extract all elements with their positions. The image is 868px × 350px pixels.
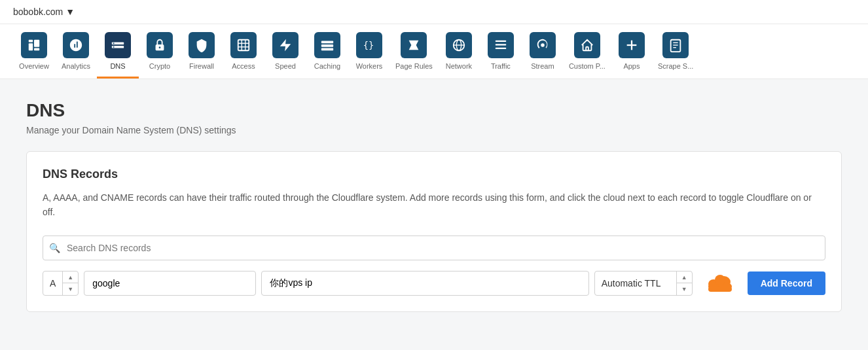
add-record-row: A ▲ ▼ Automatic TTL ▲ ▼ <box>43 271 825 296</box>
add-record-button[interactable]: Add Record <box>748 271 825 295</box>
page-title: DNS <box>26 100 842 121</box>
page-subtitle: Manage your Domain Name System (DNS) set… <box>26 125 842 135</box>
svg-rect-2 <box>34 40 39 47</box>
nav-item-crypto[interactable]: Crypto <box>139 24 181 79</box>
nav-icon-scrape-shield <box>662 32 689 58</box>
svg-rect-1 <box>29 43 33 50</box>
svg-rect-31 <box>671 40 681 52</box>
record-value-input[interactable] <box>261 271 588 296</box>
nav-item-speed[interactable]: Speed <box>264 24 306 79</box>
card-title: DNS Records <box>43 167 825 181</box>
dropdown-icon: ▼ <box>65 7 75 17</box>
ttl-selector[interactable]: Automatic TTL ▲ ▼ <box>594 271 693 296</box>
svg-rect-27 <box>496 48 507 49</box>
nav-icon-firewall <box>189 32 215 58</box>
nav-bar: Overview Analytics DNS Crypto Firewall A… <box>0 24 868 79</box>
svg-point-11 <box>159 46 161 48</box>
svg-point-28 <box>541 43 545 47</box>
nav-icon-speed <box>272 32 298 58</box>
nav-label-dns: DNS <box>110 62 125 70</box>
nav-icon-apps <box>619 32 645 58</box>
nav-icon-overview <box>21 32 47 58</box>
nav-item-dns[interactable]: DNS <box>97 24 139 79</box>
svg-text:{}: {} <box>363 40 374 50</box>
nav-icon-crypto <box>147 32 173 58</box>
nav-item-firewall[interactable]: Firewall <box>181 24 223 79</box>
nav-item-stream[interactable]: Stream <box>522 24 564 79</box>
nav-icon-page-rules <box>401 32 427 58</box>
svg-rect-0 <box>29 40 33 43</box>
top-bar: bobobk.com ▼ <box>0 0 868 24</box>
record-type-spinners[interactable]: ▲ ▼ <box>63 271 78 295</box>
nav-label-page-rules: Page Rules <box>395 62 433 70</box>
nav-item-page-rules[interactable]: Page Rules <box>390 24 438 79</box>
nav-item-traffic[interactable]: Traffic <box>480 24 522 79</box>
svg-rect-26 <box>496 44 507 45</box>
dns-card: DNS Records A, AAAA, and CNAME records c… <box>26 151 842 312</box>
nav-label-analytics: Analytics <box>62 62 90 70</box>
type-down-arrow[interactable]: ▼ <box>63 283 78 295</box>
record-type-value: A <box>43 271 62 295</box>
nav-label-overview: Overview <box>19 62 49 70</box>
record-name-input[interactable] <box>84 271 256 296</box>
domain-selector[interactable]: bobobk.com ▼ <box>13 7 75 17</box>
domain-name: bobobk.com <box>13 7 63 17</box>
nav-label-caching: Caching <box>314 62 340 70</box>
svg-rect-19 <box>321 44 333 47</box>
nav-icon-stream <box>530 32 556 58</box>
nav-icon-traffic <box>488 32 514 58</box>
ttl-spinners[interactable]: ▲ ▼ <box>676 271 692 295</box>
svg-point-7 <box>113 46 114 48</box>
nav-label-apps: Apps <box>623 62 640 70</box>
nav-label-network: Network <box>446 62 472 70</box>
ttl-down-arrow[interactable]: ▼ <box>677 283 692 295</box>
svg-point-6 <box>113 43 114 44</box>
nav-icon-caching <box>314 32 340 58</box>
nav-label-traffic: Traffic <box>491 62 511 70</box>
nav-item-network[interactable]: Network <box>438 24 480 79</box>
ttl-up-arrow[interactable]: ▲ <box>677 271 692 284</box>
nav-item-apps[interactable]: Apps <box>611 24 653 79</box>
svg-marker-17 <box>280 39 291 51</box>
svg-rect-39 <box>708 287 732 292</box>
cloudflare-toggle-button[interactable]: → <box>698 273 742 293</box>
nav-item-workers[interactable]: {} Workers <box>348 24 390 79</box>
nav-icon-workers: {} <box>356 32 382 58</box>
search-bar: 🔍 <box>43 236 825 260</box>
nav-label-custom-pages: Custom P... <box>569 62 606 70</box>
svg-point-38 <box>715 275 725 285</box>
nav-item-custom-pages[interactable]: Custom P... <box>564 24 611 79</box>
main-content: DNS Manage your Domain Name System (DNS)… <box>0 79 868 333</box>
nav-label-speed: Speed <box>275 62 296 70</box>
svg-rect-20 <box>321 48 333 51</box>
cloud-orange-icon: → <box>704 273 736 293</box>
nav-icon-custom-pages <box>574 32 600 58</box>
svg-rect-12 <box>238 40 249 51</box>
nav-label-firewall: Firewall <box>189 62 214 70</box>
nav-icon-analytics <box>63 32 89 58</box>
nav-label-crypto: Crypto <box>149 62 170 70</box>
nav-item-analytics[interactable]: Analytics <box>55 24 97 79</box>
nav-item-caching[interactable]: Caching <box>306 24 348 79</box>
nav-item-access[interactable]: Access <box>223 24 264 79</box>
search-input[interactable] <box>43 236 825 260</box>
record-type-selector[interactable]: A ▲ ▼ <box>43 271 79 296</box>
type-up-arrow[interactable]: ▲ <box>63 271 78 284</box>
nav-item-overview[interactable]: Overview <box>13 24 55 79</box>
nav-label-scrape-shield: Scrape S... <box>658 62 693 70</box>
svg-rect-3 <box>34 48 39 51</box>
search-icon: 🔍 <box>49 243 60 253</box>
nav-label-access: Access <box>232 62 255 70</box>
nav-icon-network <box>446 32 472 58</box>
ttl-value: Automatic TTL <box>595 271 676 295</box>
nav-icon-access <box>230 32 257 58</box>
svg-text:→: → <box>729 279 736 287</box>
nav-icon-dns <box>105 32 131 58</box>
card-description: A, AAAA, and CNAME records can have thei… <box>43 190 825 220</box>
svg-rect-25 <box>496 41 507 42</box>
nav-label-workers: Workers <box>356 62 383 70</box>
svg-rect-18 <box>321 41 333 44</box>
nav-item-scrape-shield[interactable]: Scrape S... <box>653 24 698 79</box>
nav-label-stream: Stream <box>531 62 554 70</box>
